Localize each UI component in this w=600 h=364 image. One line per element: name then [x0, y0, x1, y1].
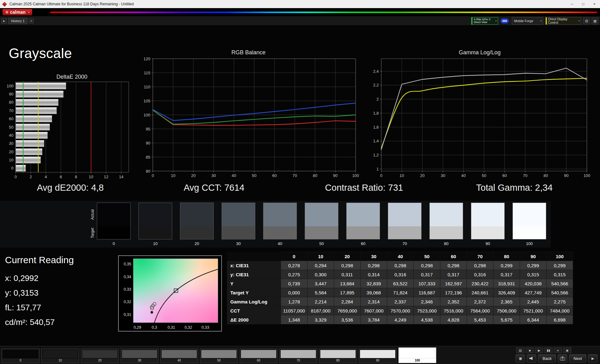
pattern-swatch — [82, 350, 118, 358]
table-cell: 0,298 — [387, 261, 414, 270]
table-cell: 0,298 — [334, 261, 361, 270]
svg-text:30: 30 — [211, 173, 216, 178]
pattern-label: 40 — [161, 358, 198, 363]
pattern-button-10[interactable]: 10 — [41, 349, 79, 363]
continuous-icon: ∞ — [557, 349, 559, 352]
table-cell: 0,278 — [281, 261, 308, 270]
speaker-icon — [529, 357, 534, 360]
table-cell: 0,300 — [308, 270, 334, 279]
camera-button[interactable] — [558, 354, 567, 362]
stop-button[interactable]: ■ — [526, 347, 534, 353]
monitor-button[interactable]: ▤ — [516, 347, 524, 353]
table-cell: 162,597 — [440, 279, 467, 288]
maximize-button[interactable]: □ — [578, 0, 589, 8]
table-cell: 2,275 — [547, 297, 573, 306]
table-cell: 7607,000 — [361, 306, 387, 315]
pause-button[interactable]: ▮▮ — [544, 347, 552, 353]
expand-panel-button[interactable]: ▶ — [1, 18, 7, 24]
reading-value: fL: 157,77 — [5, 300, 74, 315]
play-button[interactable]: ▶ — [535, 347, 543, 353]
contrast-ratio-stat: Contrast Ratio: 731 — [297, 183, 431, 193]
eye-button[interactable]: ◉ — [563, 347, 571, 353]
swatch-actual — [388, 203, 422, 226]
pattern-button-0[interactable]: 0 — [2, 349, 39, 363]
add-history-button[interactable]: + — [29, 18, 34, 23]
chevron-down-icon: ▾ — [28, 11, 29, 14]
pattern-button-40[interactable]: 40 — [160, 349, 198, 363]
svg-text:4: 4 — [45, 175, 47, 179]
settings-gear-button[interactable]: ⚙ — [583, 17, 590, 24]
pattern-label: 10 — [42, 358, 79, 363]
swatch-label: 40 — [263, 241, 297, 246]
svg-text:0,35: 0,35 — [124, 262, 131, 266]
pattern-button-70[interactable]: 70 — [279, 349, 317, 363]
table-cell: 2,284 — [334, 297, 361, 306]
pattern-source-label: Mobile Forge — [514, 19, 533, 23]
table-header-row: 0102030405060708090100 — [227, 252, 573, 261]
minimize-button[interactable]: ─ — [566, 0, 578, 8]
meter-dropdown[interactable]: X-Rite i1Pro 3 Direct View ▾ — [471, 17, 498, 25]
svg-text:80: 80 — [313, 173, 317, 178]
table-cell: 0,299 — [493, 261, 520, 270]
pattern-button-100[interactable]: 100 — [398, 347, 436, 363]
pattern-source-dropdown[interactable]: Mobile Forge ▾ — [512, 17, 543, 25]
actual-row-label: Actual — [90, 203, 95, 226]
table-cell: 540,566 — [547, 288, 573, 297]
svg-text:20: 20 — [420, 173, 424, 178]
svg-text:50: 50 — [252, 173, 256, 178]
swatch-target — [305, 226, 338, 239]
swatch-actual — [512, 203, 546, 226]
calman-logo-button[interactable]: ⊛ calman ▾ — [2, 9, 32, 15]
next-button[interactable]: Next — [569, 354, 586, 362]
pattern-swatch — [320, 350, 356, 358]
table-cell: 17,895 — [334, 288, 361, 297]
page-title: Grayscale — [9, 46, 72, 61]
pattern-button-80[interactable]: 80 — [319, 349, 357, 363]
table-row: y: CIE310,2750,3000,3110,3140,3160,3170,… — [227, 270, 573, 279]
swatch-target — [222, 226, 255, 239]
swatch-target — [180, 226, 214, 239]
back-button[interactable]: Back — [538, 354, 556, 362]
stop-icon: ■ — [529, 349, 531, 352]
display-window-button[interactable]: ▣ — [516, 354, 525, 362]
svg-text:70: 70 — [292, 173, 297, 178]
pattern-label: 100 — [399, 358, 436, 363]
table-col-header: 30 — [361, 252, 387, 261]
layout-panel-button[interactable]: ▦ — [592, 17, 598, 24]
table-cell: 0,299 — [520, 261, 547, 270]
window-title: Calman 2025 Calman Ultimate for Business… — [9, 2, 134, 6]
advance-button[interactable]: ▶ — [588, 354, 598, 362]
pattern-button-50[interactable]: 50 — [200, 349, 238, 363]
close-button[interactable]: × — [589, 0, 600, 8]
table-cell: 0,317 — [493, 270, 520, 279]
speaker-button[interactable] — [527, 354, 536, 362]
svg-text:50: 50 — [482, 173, 486, 178]
table-col-header: 50 — [414, 252, 440, 261]
svg-text:0,34: 0,34 — [124, 275, 131, 279]
swatch-actual — [263, 203, 297, 226]
table-cell: 0,314 — [361, 270, 387, 279]
continuous-button[interactable]: ∞ — [554, 347, 562, 353]
table-cell: 4,828 — [440, 315, 467, 324]
swatch-actual — [471, 203, 505, 226]
swatch-30: 30 — [222, 203, 255, 246]
display-control-dropdown[interactable]: Direct Display Control ▾ — [546, 17, 581, 25]
pattern-button-60[interactable]: 60 — [240, 349, 278, 363]
swatch-target — [263, 226, 297, 239]
svg-text:10: 10 — [400, 173, 404, 178]
row-label: Y — [227, 279, 281, 288]
svg-text:2: 2 — [30, 175, 32, 179]
tab-history-1[interactable]: History 1 — [8, 18, 28, 24]
table-cell: 63,522 — [387, 279, 414, 288]
pattern-button-30[interactable]: 30 — [121, 349, 158, 363]
table-cell: 39,068 — [361, 288, 387, 297]
pattern-button-90[interactable]: 90 — [359, 349, 397, 363]
swatch-0: 0 — [97, 203, 131, 246]
table-row: CCT11057,0008187,0007659,0007607,0007570… — [227, 306, 573, 315]
pattern-button-20[interactable]: 20 — [81, 349, 119, 363]
table-cell: 172,196 — [440, 288, 467, 297]
table-cell: 7570,000 — [387, 306, 414, 315]
swatch-label: 10 — [138, 241, 172, 246]
swatch-label: 30 — [222, 241, 255, 246]
swatch-target — [471, 226, 505, 239]
